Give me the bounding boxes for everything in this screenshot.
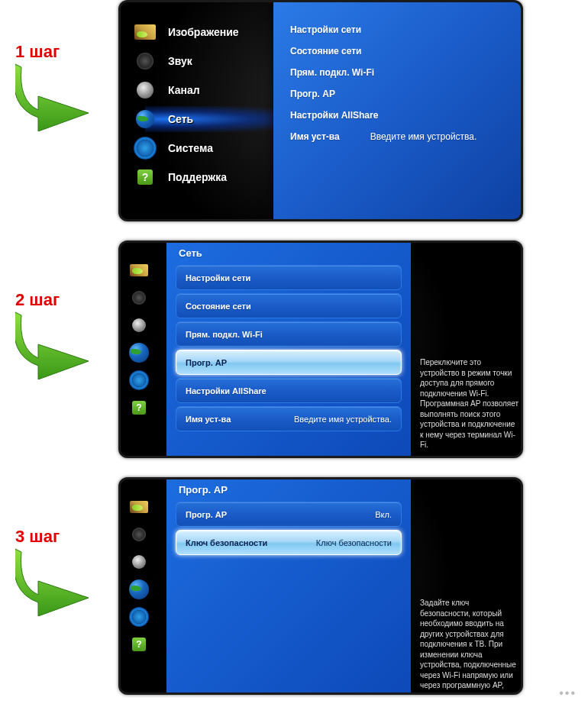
sound-icon — [134, 52, 156, 70]
picture-icon[interactable] — [128, 260, 150, 281]
panel-title: Прогр. AP — [176, 483, 402, 502]
panel-title: Сеть — [176, 246, 402, 265]
row-value: Вкл. — [375, 510, 392, 519]
menu-label: Звук — [168, 55, 192, 67]
arrow-icon — [15, 547, 92, 616]
help-text: Задайте ключ безопасности, который необх… — [420, 598, 519, 691]
submenu-item-wifi-direct[interactable]: Прям. подкл. Wi-Fi — [290, 62, 523, 83]
support-icon[interactable]: ? — [128, 397, 150, 418]
row-label: Прям. подкл. Wi-Fi — [186, 330, 263, 339]
row-label: Состояние сети — [186, 302, 251, 311]
menu-item-support[interactable]: ? Поддержка — [130, 163, 283, 192]
row-value: Ключ безопасности — [316, 538, 392, 547]
support-icon[interactable]: ? — [128, 634, 150, 655]
menu-icon-column: ? — [128, 260, 159, 425]
menu-label: Сеть — [168, 113, 193, 125]
system-icon[interactable] — [128, 606, 150, 628]
row-label: Имя уст-ва — [186, 415, 231, 424]
system-icon — [134, 139, 156, 157]
menu-item-channel[interactable]: Канал — [130, 76, 283, 105]
network-submenu-popup: Настройки сети Состояние сети Прям. подк… — [273, 0, 523, 221]
submenu-label: Настройки AllShare — [290, 110, 378, 121]
submenu-label: Настройки сети — [290, 24, 361, 35]
sound-icon[interactable] — [128, 524, 150, 545]
row-label: Ключ безопасности — [186, 538, 267, 547]
tv-screen-step2: ? Сеть Настройки сети Состояние сети Пря… — [118, 241, 523, 458]
ellipsis-icon: ••• — [559, 686, 577, 700]
submenu-item-network-status[interactable]: Состояние сети — [290, 40, 523, 62]
picture-icon[interactable] — [128, 496, 150, 518]
tv-screen-step1: Изображение Звук Канал Сеть Система — [118, 0, 523, 221]
menu-label: Поддержка — [168, 171, 227, 183]
submenu-value: Введите имя устройства. — [370, 131, 477, 142]
tv-screen-step3: ? Прогр. AP Прогр. AP Вкл. Ключ безопасн… — [118, 477, 523, 695]
row-label: Прогр. AP — [186, 358, 227, 367]
row-network-status[interactable]: Состояние сети — [176, 293, 402, 318]
row-allshare[interactable]: Настройки AllShare — [176, 378, 402, 403]
channel-icon[interactable] — [128, 315, 150, 336]
picture-icon — [134, 23, 156, 41]
row-label: Настройки AllShare — [186, 386, 267, 395]
row-security-key[interactable]: Ключ безопасности Ключ безопасности — [176, 530, 402, 555]
network-icon — [134, 110, 156, 128]
step-label-3: 3 шаг — [15, 527, 60, 547]
channel-icon — [134, 81, 156, 99]
network-panel: Сеть Настройки сети Состояние сети Прям.… — [166, 241, 411, 458]
row-wifi-direct[interactable]: Прям. подкл. Wi-Fi — [176, 321, 402, 347]
submenu-label: Имя уст-ва — [290, 131, 340, 142]
menu-item-picture[interactable]: Изображение — [130, 18, 283, 47]
row-device-name[interactable]: Имя уст-ва Введите имя устройства. — [176, 406, 402, 431]
menu-label: Канал — [168, 84, 200, 96]
menu-item-system[interactable]: Система — [130, 134, 283, 163]
row-value: Введите имя устройства. — [294, 415, 392, 424]
menu-icon-column: ? — [128, 496, 159, 661]
network-icon[interactable] — [128, 579, 150, 600]
arrow-icon — [15, 63, 92, 131]
support-icon: ? — [134, 168, 156, 186]
row-network-settings[interactable]: Настройки сети — [176, 265, 402, 290]
row-label: Настройки сети — [186, 273, 250, 282]
row-soft-ap[interactable]: Прогр. AP — [176, 350, 402, 375]
submenu-item-device-name[interactable]: Имя уст-ва Введите имя устройства. — [290, 126, 523, 147]
menu-item-sound[interactable]: Звук — [130, 47, 283, 76]
soft-ap-panel: Прогр. AP Прогр. AP Вкл. Ключ безопаснос… — [166, 477, 411, 695]
help-text: Переключите это устройство в режим точки… — [420, 357, 519, 450]
submenu-label: Прогр. AP — [290, 89, 335, 99]
submenu-label: Состояние сети — [290, 46, 361, 56]
submenu-label: Прям. подкл. Wi-Fi — [290, 67, 374, 78]
row-soft-ap-toggle[interactable]: Прогр. AP Вкл. — [176, 502, 402, 527]
step-label-2: 2 шаг — [15, 290, 60, 310]
channel-icon[interactable] — [128, 551, 150, 573]
submenu-item-soft-ap[interactable]: Прогр. AP — [290, 83, 523, 105]
network-icon[interactable] — [128, 342, 150, 363]
menu-label: Изображение — [168, 26, 239, 38]
arrow-icon — [15, 311, 92, 379]
system-icon[interactable] — [128, 370, 150, 391]
submenu-item-network-settings[interactable]: Настройки сети — [290, 19, 523, 40]
menu-label: Система — [168, 142, 213, 154]
step-label-1: 1 шаг — [15, 42, 60, 62]
sound-icon[interactable] — [128, 287, 150, 308]
row-label: Прогр. AP — [186, 510, 227, 519]
submenu-item-allshare[interactable]: Настройки AllShare — [290, 105, 523, 126]
menu-item-network[interactable]: Сеть — [130, 105, 283, 134]
main-menu: Изображение Звук Канал Сеть Система — [130, 18, 283, 192]
